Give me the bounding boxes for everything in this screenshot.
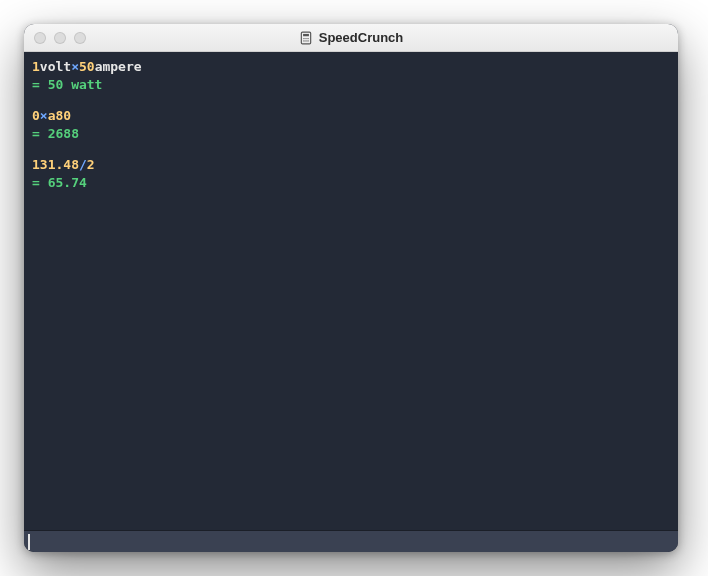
history-entry[interactable]: 1volt×50ampere= 50 watt	[32, 58, 670, 93]
text-cursor	[28, 534, 30, 550]
token-op: /	[79, 157, 87, 172]
token-op: ×	[71, 59, 79, 74]
svg-point-4	[307, 37, 308, 38]
titlebar: SpeedCrunch	[24, 24, 678, 52]
svg-rect-0	[301, 32, 310, 44]
history-panel: 1volt×50ampere= 50 watt0×a80= 2688131.48…	[24, 52, 678, 530]
token-num: 50	[79, 59, 95, 74]
zoom-button[interactable]	[74, 32, 86, 44]
result: = 2688	[32, 125, 670, 143]
close-button[interactable]	[34, 32, 46, 44]
result: = 50 watt	[32, 76, 670, 94]
result-value: = 50 watt	[32, 77, 102, 92]
calculator-icon	[299, 31, 313, 45]
svg-point-7	[307, 40, 308, 41]
expression: 131.48/2	[32, 156, 670, 174]
history-entry[interactable]: 131.48/2= 65.74	[32, 156, 670, 191]
token-num: a80	[48, 108, 71, 123]
token-op: ×	[40, 108, 48, 123]
title-center: SpeedCrunch	[24, 30, 678, 45]
token-unit: ampere	[95, 59, 142, 74]
history-entry[interactable]: 0×a80= 2688	[32, 107, 670, 142]
svg-rect-1	[303, 33, 309, 35]
expression: 1volt×50ampere	[32, 58, 670, 76]
result-value: = 65.74	[32, 175, 87, 190]
token-num: 131.48	[32, 157, 79, 172]
token-num: 1	[32, 59, 40, 74]
svg-point-2	[303, 37, 304, 38]
window-title: SpeedCrunch	[319, 30, 404, 45]
svg-point-3	[305, 37, 306, 38]
svg-point-5	[303, 40, 304, 41]
app-window: SpeedCrunch 1volt×50ampere= 50 watt0×a80…	[24, 24, 678, 552]
token-unit: volt	[40, 59, 71, 74]
minimize-button[interactable]	[54, 32, 66, 44]
result: = 65.74	[32, 174, 670, 192]
token-num: 2	[87, 157, 95, 172]
svg-point-6	[305, 40, 306, 41]
input-field[interactable]	[24, 530, 678, 552]
result-value: = 2688	[32, 126, 79, 141]
window-controls	[34, 32, 86, 44]
token-num: 0	[32, 108, 40, 123]
expression: 0×a80	[32, 107, 670, 125]
